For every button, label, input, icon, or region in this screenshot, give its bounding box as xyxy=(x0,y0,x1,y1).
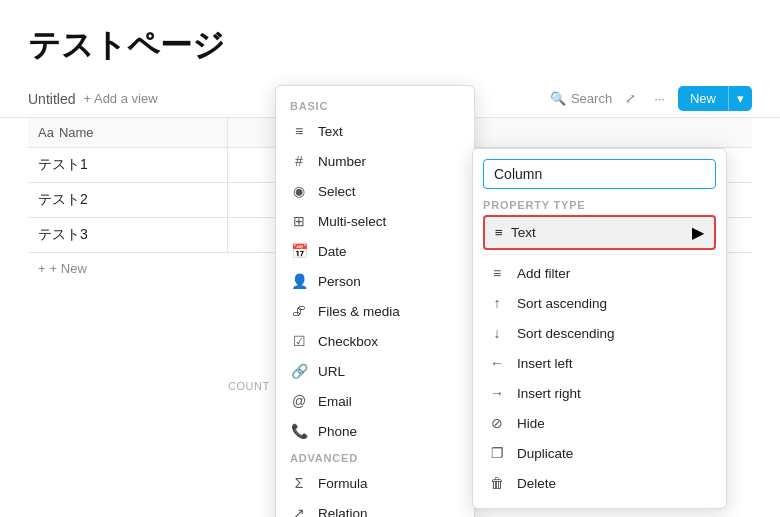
type-date[interactable]: 📅 Date xyxy=(276,236,474,266)
menu-divider xyxy=(483,254,716,255)
type-date-label: Date xyxy=(318,244,347,259)
add-view-button[interactable]: + Add a view xyxy=(83,91,157,106)
select-type-icon: ◉ xyxy=(290,183,308,199)
name-col-label: Name xyxy=(59,125,94,140)
type-formula[interactable]: Σ Formula xyxy=(276,468,474,498)
new-button[interactable]: New ▾ xyxy=(678,86,752,111)
insert-left-icon: ← xyxy=(487,355,507,371)
type-phone-label: Phone xyxy=(318,424,357,439)
type-relation-label: Relation xyxy=(318,506,368,518)
column-name-input[interactable] xyxy=(483,159,716,189)
expand-icon[interactable]: ⤢ xyxy=(620,88,641,109)
type-select[interactable]: ◉ Select xyxy=(276,176,474,206)
number-type-icon: # xyxy=(290,153,308,169)
name-col-icon: Aa xyxy=(38,125,54,140)
type-number-label: Number xyxy=(318,154,366,169)
type-number[interactable]: # Number xyxy=(276,146,474,176)
type-relation[interactable]: ↗ Relation xyxy=(276,498,474,517)
files-type-icon: 🖇 xyxy=(290,303,308,319)
hide-button[interactable]: ⊘ Hide xyxy=(483,408,716,438)
email-type-icon: @ xyxy=(290,393,308,409)
hide-label: Hide xyxy=(517,416,545,431)
cell-name: テスト3 xyxy=(28,218,228,252)
type-url-label: URL xyxy=(318,364,345,379)
plus-icon: + xyxy=(38,261,46,276)
type-url[interactable]: 🔗 URL xyxy=(276,356,474,386)
type-picker-dropdown: BASIC ≡ Text # Number ◉ Select ⊞ Multi-s… xyxy=(275,85,475,517)
type-select-label: Select xyxy=(318,184,356,199)
insert-right-button[interactable]: → Insert right xyxy=(483,378,716,408)
type-files-label: Files & media xyxy=(318,304,400,319)
column-settings-dropdown: PROPERTY TYPE ≡ Text ▶ ≡ Add filter ↑ So… xyxy=(472,148,727,509)
formula-type-icon: Σ xyxy=(290,475,308,491)
delete-button[interactable]: 🗑 Delete xyxy=(483,468,716,498)
insert-left-label: Insert left xyxy=(517,356,573,371)
property-type-icon: ≡ xyxy=(495,225,503,240)
person-type-icon: 👤 xyxy=(290,273,308,289)
relation-type-icon: ↗ xyxy=(290,505,308,517)
insert-left-button[interactable]: ← Insert left xyxy=(483,348,716,378)
duplicate-button[interactable]: ❐ Duplicate xyxy=(483,438,716,468)
new-button-chevron: ▾ xyxy=(728,86,752,111)
checkbox-type-icon: ☑ xyxy=(290,333,308,349)
type-text-label: Text xyxy=(318,124,343,139)
page-title: テストページ xyxy=(0,0,780,80)
duplicate-icon: ❐ xyxy=(487,445,507,461)
sort-asc-label: Sort ascending xyxy=(517,296,607,311)
more-options-icon[interactable]: ··· xyxy=(649,88,670,109)
type-email[interactable]: @ Email xyxy=(276,386,474,416)
insert-right-icon: → xyxy=(487,385,507,401)
type-checkbox-label: Checkbox xyxy=(318,334,378,349)
type-phone[interactable]: 📞 Phone xyxy=(276,416,474,446)
view-name: Untitled xyxy=(28,91,75,107)
sort-ascending-button[interactable]: ↑ Sort ascending xyxy=(483,288,716,318)
type-email-label: Email xyxy=(318,394,352,409)
property-type-label: Text xyxy=(511,225,536,240)
property-type-selector[interactable]: ≡ Text ▶ xyxy=(483,215,716,250)
delete-icon: 🗑 xyxy=(487,475,507,491)
type-files[interactable]: 🖇 Files & media xyxy=(276,296,474,326)
add-filter-label: Add filter xyxy=(517,266,570,281)
duplicate-label: Duplicate xyxy=(517,446,573,461)
hide-icon: ⊘ xyxy=(487,415,507,431)
multi-select-type-icon: ⊞ xyxy=(290,213,308,229)
type-multi-select[interactable]: ⊞ Multi-select xyxy=(276,206,474,236)
add-filter-button[interactable]: ≡ Add filter xyxy=(483,258,716,288)
count-label: COUNT xyxy=(228,380,270,392)
insert-right-label: Insert right xyxy=(517,386,581,401)
property-type-section-label: PROPERTY TYPE xyxy=(483,199,716,211)
url-type-icon: 🔗 xyxy=(290,363,308,379)
sort-descending-button[interactable]: ↓ Sort descending xyxy=(483,318,716,348)
filter-icon: ≡ xyxy=(487,265,507,281)
cell-name: テスト2 xyxy=(28,183,228,217)
type-person[interactable]: 👤 Person xyxy=(276,266,474,296)
basic-section-label: BASIC xyxy=(276,94,474,116)
advanced-section-label: ADVANCED xyxy=(276,446,474,468)
new-button-label: New xyxy=(678,86,728,111)
sort-asc-icon: ↑ xyxy=(487,295,507,311)
cell-name: テスト1 xyxy=(28,148,228,182)
type-checkbox[interactable]: ☑ Checkbox xyxy=(276,326,474,356)
date-type-icon: 📅 xyxy=(290,243,308,259)
delete-label: Delete xyxy=(517,476,556,491)
type-person-label: Person xyxy=(318,274,361,289)
chevron-right-icon: ▶ xyxy=(692,223,704,242)
search-button[interactable]: 🔍 Search xyxy=(550,91,612,106)
sort-desc-icon: ↓ xyxy=(487,325,507,341)
type-text[interactable]: ≡ Text xyxy=(276,116,474,146)
search-icon: 🔍 xyxy=(550,91,566,106)
text-type-icon: ≡ xyxy=(290,123,308,139)
sort-desc-label: Sort descending xyxy=(517,326,615,341)
phone-type-icon: 📞 xyxy=(290,423,308,439)
type-formula-label: Formula xyxy=(318,476,368,491)
name-column-header: Aa Name xyxy=(28,118,228,147)
type-multi-select-label: Multi-select xyxy=(318,214,386,229)
